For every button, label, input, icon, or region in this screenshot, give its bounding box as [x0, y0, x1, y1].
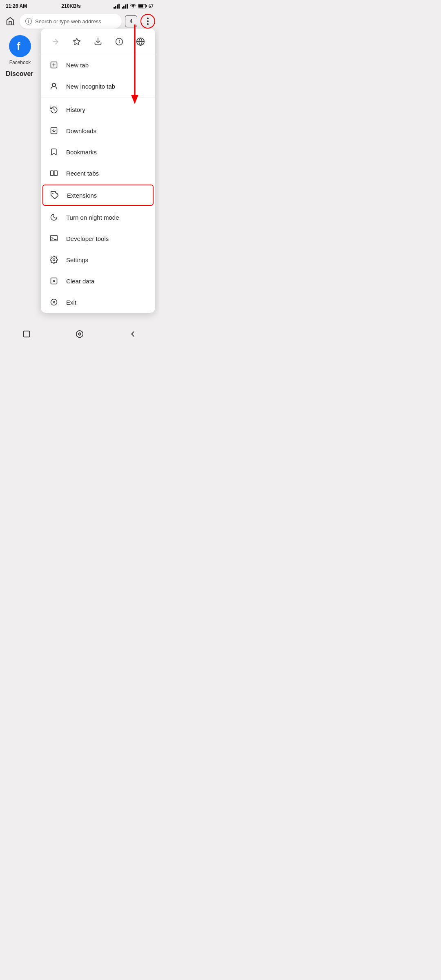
new-tab-label: New tab: [66, 62, 89, 69]
exit-icon: [49, 297, 59, 307]
svg-rect-3: [118, 4, 120, 9]
facebook-label: Facebook: [9, 60, 31, 65]
download-icon[interactable]: [91, 34, 105, 49]
svg-rect-5: [123, 6, 125, 9]
svg-rect-33: [51, 236, 58, 241]
svg-rect-7: [127, 4, 128, 9]
network-speed: 210KB/s: [61, 3, 80, 9]
clear-data-icon: [49, 276, 59, 286]
svg-point-26: [52, 85, 53, 87]
settings-label: Settings: [66, 256, 88, 263]
incognito-icon: [49, 81, 59, 91]
settings-icon: [49, 255, 59, 265]
nav-home-button[interactable]: [71, 326, 88, 342]
svg-rect-30: [51, 171, 54, 176]
night-mode-label: Turn on night mode: [66, 214, 119, 221]
svg-rect-2: [117, 4, 118, 9]
dot2: [147, 20, 149, 22]
battery-level: 67: [149, 4, 154, 9]
svg-point-45: [76, 331, 83, 338]
divider1: [41, 98, 155, 98]
svg-rect-11: [138, 4, 143, 7]
extensions-icon: [50, 190, 60, 200]
status-bar: 11:26 AM 210KB/s 67: [0, 0, 159, 11]
status-icons: 67: [114, 4, 154, 9]
menu-item-recent-tabs[interactable]: Recent tabs: [41, 163, 155, 184]
dot1: [147, 18, 149, 19]
developer-tools-label: Developer tools: [66, 235, 109, 242]
night-mode-icon: [49, 212, 59, 222]
battery-icon: [138, 4, 147, 9]
incognito-label: New Incognito tab: [66, 83, 115, 90]
bookmark-star-icon[interactable]: [69, 34, 84, 49]
signal2-icon: [122, 4, 128, 9]
downloads-icon: [49, 126, 59, 136]
home-button[interactable]: [4, 15, 16, 27]
svg-point-46: [78, 333, 81, 335]
shortcut-facebook[interactable]: f Facebook: [6, 35, 34, 65]
bookmarks-icon: [49, 147, 59, 157]
menu-item-night-mode[interactable]: Turn on night mode: [41, 207, 155, 228]
exit-label: Exit: [66, 299, 76, 306]
svg-rect-31: [54, 171, 58, 176]
menu-item-downloads[interactable]: Downloads: [41, 120, 155, 141]
history-label: History: [66, 106, 85, 113]
dropdown-menu: New tab New Incognito tab History: [41, 29, 155, 313]
nav-back-button[interactable]: [125, 326, 141, 342]
svg-text:f: f: [17, 40, 20, 52]
menu-item-exit[interactable]: Exit: [41, 292, 155, 313]
recent-tabs-icon: [49, 168, 59, 178]
address-text: Search or type web address: [35, 18, 101, 24]
menu-item-extensions[interactable]: Extensions: [42, 185, 154, 206]
svg-point-27: [55, 85, 56, 87]
menu-item-new-tab[interactable]: New tab: [41, 54, 155, 76]
menu-item-incognito[interactable]: New Incognito tab: [41, 76, 155, 97]
svg-rect-4: [122, 7, 123, 9]
status-time: 11:26 AM: [6, 3, 27, 9]
menu-item-bookmarks[interactable]: Bookmarks: [41, 141, 155, 163]
history-icon: [49, 105, 59, 114]
more-menu-button[interactable]: [140, 14, 155, 29]
menu-icons-row: [41, 29, 155, 54]
svg-rect-1: [115, 6, 116, 9]
svg-rect-6: [125, 4, 126, 9]
page-info-icon[interactable]: [112, 34, 127, 49]
svg-point-35: [53, 259, 55, 261]
menu-item-history[interactable]: History: [41, 99, 155, 120]
translate-icon[interactable]: [133, 34, 148, 49]
tab-count-button[interactable]: 4: [125, 15, 137, 27]
browser-bar: i Search or type web address 4: [0, 11, 159, 31]
signal-icon: [114, 4, 120, 9]
facebook-icon: f: [9, 35, 31, 57]
svg-rect-44: [24, 331, 30, 337]
svg-marker-15: [74, 38, 80, 45]
svg-point-8: [133, 7, 134, 8]
nav-bar: [0, 323, 159, 345]
downloads-label: Downloads: [66, 127, 96, 134]
recent-tabs-label: Recent tabs: [66, 170, 99, 177]
svg-rect-10: [146, 5, 147, 7]
menu-item-clear-data[interactable]: Clear data: [41, 270, 155, 292]
new-tab-icon: [49, 60, 59, 70]
menu-item-settings[interactable]: Settings: [41, 249, 155, 270]
bookmarks-label: Bookmarks: [66, 149, 97, 156]
svg-rect-0: [114, 7, 115, 9]
dot3: [147, 23, 149, 25]
wifi-icon: [130, 4, 136, 9]
forward-icon[interactable]: [48, 34, 63, 49]
menu-item-developer-tools[interactable]: Developer tools: [41, 228, 155, 249]
extensions-label: Extensions: [67, 192, 97, 199]
developer-tools-icon: [49, 234, 59, 243]
info-icon: i: [25, 18, 32, 24]
nav-stop-button[interactable]: [18, 326, 35, 342]
clear-data-label: Clear data: [66, 278, 94, 285]
address-bar[interactable]: i Search or type web address: [20, 14, 122, 29]
